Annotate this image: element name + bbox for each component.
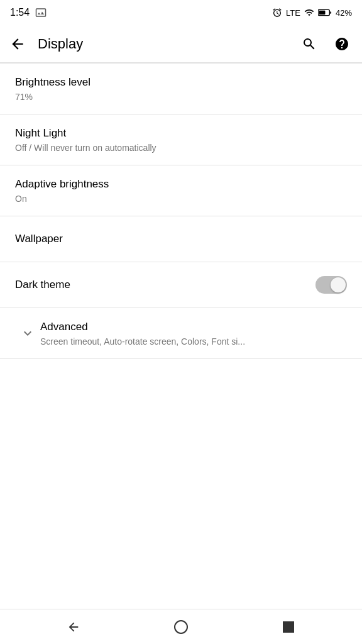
help-icon bbox=[334, 36, 349, 52]
nav-recents-button[interactable] bbox=[270, 614, 307, 640]
back-arrow-icon bbox=[9, 36, 26, 52]
svg-point-3 bbox=[175, 621, 187, 633]
chevron-down-icon bbox=[20, 326, 35, 341]
status-bar: 1:54 LTE 42% bbox=[0, 0, 362, 25]
app-bar-actions bbox=[294, 29, 357, 59]
night-light-setting[interactable]: Night Light Off / Will never turn on aut… bbox=[0, 114, 362, 165]
nav-recents-icon bbox=[283, 621, 294, 633]
help-button[interactable] bbox=[327, 29, 357, 59]
nav-back-button[interactable] bbox=[55, 614, 92, 640]
back-button[interactable] bbox=[3, 29, 33, 59]
wallpaper-setting[interactable]: Wallpaper bbox=[0, 216, 362, 262]
svg-rect-4 bbox=[283, 621, 294, 633]
brightness-setting[interactable]: Brightness level 71% bbox=[0, 64, 362, 114]
battery-percent: 42% bbox=[336, 8, 352, 18]
nav-home-button[interactable] bbox=[162, 614, 200, 640]
adaptive-brightness-setting[interactable]: Adaptive brightness On bbox=[0, 165, 362, 216]
svg-rect-1 bbox=[319, 11, 325, 14]
nav-back-icon bbox=[67, 620, 80, 634]
dark-theme-setting[interactable]: Dark theme bbox=[0, 262, 362, 308]
night-light-title: Night Light bbox=[15, 126, 347, 141]
brightness-text: Brightness level 71% bbox=[15, 75, 347, 103]
wallpaper-title: Wallpaper bbox=[15, 231, 347, 247]
status-left: 1:54 bbox=[10, 6, 47, 19]
dark-theme-title: Dark theme bbox=[15, 277, 315, 292]
adaptive-brightness-subtitle: On bbox=[15, 193, 347, 204]
alarm-icon bbox=[272, 8, 282, 18]
nav-home-icon bbox=[173, 619, 189, 635]
advanced-subtitle: Screen timeout, Auto-rotate screen, Colo… bbox=[40, 336, 347, 347]
night-light-subtitle: Off / Will never turn on automatically bbox=[15, 142, 347, 153]
battery-icon bbox=[318, 8, 332, 18]
wallpaper-text: Wallpaper bbox=[15, 231, 347, 247]
app-bar: Display bbox=[0, 25, 362, 63]
status-right: LTE 42% bbox=[272, 8, 352, 18]
advanced-chevron bbox=[15, 326, 40, 341]
brightness-subtitle: 71% bbox=[15, 91, 347, 103]
settings-content: Brightness level 71% Night Light Off / W… bbox=[0, 64, 362, 609]
brightness-title: Brightness level bbox=[15, 75, 347, 90]
search-button[interactable] bbox=[294, 29, 324, 59]
nav-bar bbox=[0, 609, 362, 644]
adaptive-brightness-text: Adaptive brightness On bbox=[15, 177, 347, 204]
advanced-setting[interactable]: Advanced Screen timeout, Auto-rotate scr… bbox=[0, 308, 362, 358]
photo-icon bbox=[35, 6, 47, 19]
page-title: Display bbox=[33, 36, 294, 52]
divider-6 bbox=[0, 358, 362, 359]
lte-label: LTE bbox=[286, 8, 300, 18]
advanced-title: Advanced bbox=[40, 319, 347, 335]
svg-rect-2 bbox=[330, 11, 331, 14]
advanced-text: Advanced Screen timeout, Auto-rotate scr… bbox=[40, 319, 347, 347]
adaptive-brightness-title: Adaptive brightness bbox=[15, 177, 347, 192]
dark-theme-toggle[interactable] bbox=[315, 276, 347, 294]
search-icon bbox=[302, 36, 317, 52]
status-time: 1:54 bbox=[10, 7, 30, 18]
night-light-text: Night Light Off / Will never turn on aut… bbox=[15, 126, 347, 153]
signal-icon bbox=[304, 8, 314, 18]
dark-theme-text: Dark theme bbox=[15, 277, 315, 292]
